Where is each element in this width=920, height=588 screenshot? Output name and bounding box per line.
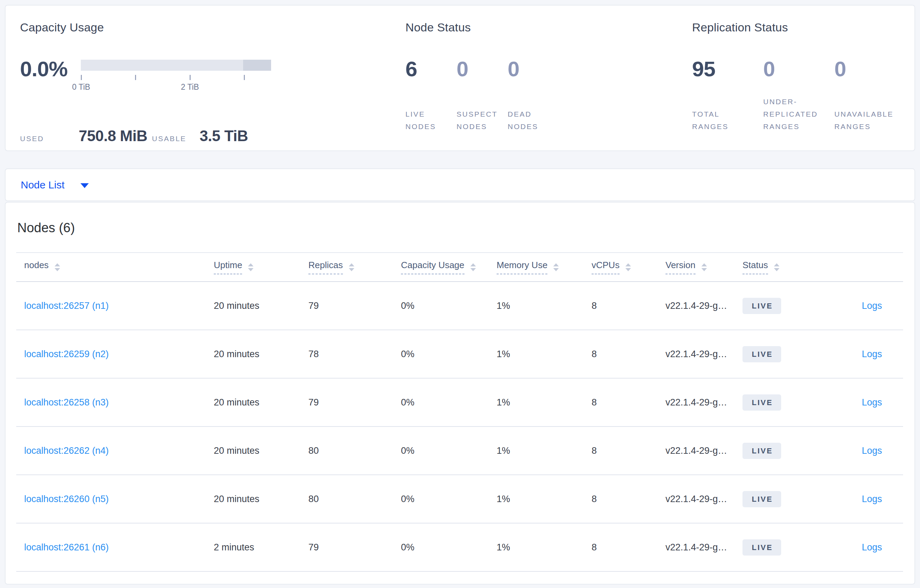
axis-tick [190, 75, 191, 80]
replication-status-title: Replication Status [692, 21, 905, 34]
total-ranges-stat: 95 TOTAL RANGES [692, 58, 763, 133]
unavailable-ranges-label: UNAVAILABLE RANGES [834, 108, 901, 133]
capacity-bar-reserved-segment [243, 60, 271, 71]
vcpus-cell: 8 [591, 349, 666, 360]
dead-nodes-stat: 0 DEAD NODES [508, 58, 559, 133]
replicas-cell: 80 [308, 446, 401, 456]
node-link[interactable]: localhost:26258 (n3) [24, 397, 109, 407]
capacity-bar-track [81, 60, 271, 71]
nodes-table: nodes Uptime Replicas Capacity Usage Mem… [16, 252, 903, 572]
version-cell: v22.1.4-29-g… [666, 542, 742, 553]
live-nodes-count: 6 [405, 58, 457, 80]
replicas-cell: 80 [308, 494, 401, 504]
column-header-memory-use[interactable]: Memory Use [497, 260, 591, 274]
node-link[interactable]: localhost:26259 (n2) [24, 349, 109, 359]
status-badge: LIVE [742, 540, 781, 556]
capacity-cell: 0% [401, 542, 497, 553]
logs-link[interactable]: Logs [862, 494, 882, 504]
node-status-title: Node Status [405, 21, 559, 34]
status-badge: LIVE [742, 491, 781, 507]
logs-link[interactable]: Logs [862, 300, 882, 311]
sort-icon[interactable] [470, 263, 476, 271]
total-ranges-label: TOTAL RANGES [692, 108, 758, 133]
sort-icon[interactable] [774, 263, 779, 271]
axis-tick-label: 0 TiB [72, 82, 90, 92]
memory-cell: 1% [497, 300, 591, 311]
table-row: localhost:26257 (n1) 20 minutes 79 0% 1%… [16, 282, 903, 330]
column-header-status[interactable]: Status [742, 260, 819, 274]
status-badge: LIVE [742, 443, 781, 459]
logs-link[interactable]: Logs [862, 397, 882, 407]
capacity-cell: 0% [401, 494, 497, 504]
column-header-capacity-usage[interactable]: Capacity Usage [401, 260, 497, 274]
vcpus-cell: 8 [591, 494, 666, 504]
usable-label: USABLE [152, 134, 199, 143]
status-badge: LIVE [742, 298, 781, 314]
uptime-cell: 20 minutes [214, 349, 308, 360]
capacity-cell: 0% [401, 446, 497, 456]
sort-icon[interactable] [701, 263, 707, 271]
node-link[interactable]: localhost:26262 (n4) [24, 446, 109, 456]
memory-cell: 1% [497, 494, 591, 504]
replication-status-panel: Replication Status 95 TOTAL RANGES 0 UND… [692, 21, 905, 133]
sort-icon[interactable] [349, 263, 354, 271]
under-replicated-ranges-label: UNDER-REPLICATED RANGES [763, 95, 829, 133]
replicas-cell: 79 [308, 397, 401, 408]
sort-icon[interactable] [553, 263, 559, 271]
sort-icon[interactable] [248, 263, 253, 271]
logs-link[interactable]: Logs [862, 542, 882, 552]
column-header-version[interactable]: Version [666, 260, 742, 274]
axis-tick-label: 2 TiB [181, 82, 199, 92]
replicas-cell: 79 [308, 300, 401, 311]
replicas-cell: 79 [308, 542, 401, 553]
under-replicated-ranges-stat: 0 UNDER-REPLICATED RANGES [763, 58, 834, 133]
memory-cell: 1% [497, 446, 591, 456]
caret-down-icon [81, 183, 89, 188]
table-row: localhost:26260 (n5) 20 minutes 80 0% 1%… [16, 475, 903, 523]
node-link[interactable]: localhost:26261 (n6) [24, 542, 109, 552]
node-link[interactable]: localhost:26257 (n1) [24, 300, 109, 311]
status-badge: LIVE [742, 394, 781, 410]
logs-link[interactable]: Logs [862, 446, 882, 456]
capacity-bar: 0 TiB 2 TiB [81, 60, 271, 93]
version-cell: v22.1.4-29-g… [666, 397, 742, 408]
usable-value: 3.5 TiB [199, 127, 303, 145]
axis-tick [244, 75, 245, 80]
replicas-cell: 78 [308, 349, 401, 360]
used-value: 750.8 MiB [79, 127, 152, 145]
column-header-uptime[interactable]: Uptime [214, 260, 308, 274]
capacity-usage-title: Capacity Usage [20, 21, 303, 34]
table-row: localhost:26258 (n3) 20 minutes 79 0% 1%… [16, 378, 903, 427]
sort-icon[interactable] [55, 263, 60, 271]
node-link[interactable]: localhost:26260 (n5) [24, 494, 109, 504]
logs-link[interactable]: Logs [862, 349, 882, 359]
vcpus-cell: 8 [591, 446, 666, 456]
version-cell: v22.1.4-29-g… [666, 446, 742, 456]
column-header-nodes[interactable]: nodes [16, 260, 214, 274]
axis-tick [135, 75, 136, 80]
uptime-cell: 20 minutes [214, 494, 308, 504]
memory-cell: 1% [497, 349, 591, 360]
capacity-cell: 0% [401, 397, 497, 408]
uptime-cell: 2 minutes [214, 542, 308, 553]
view-selector-dropdown[interactable]: Node List [5, 168, 915, 201]
view-selector-label[interactable]: Node List [21, 179, 65, 191]
unavailable-ranges-count: 0 [834, 58, 905, 80]
live-nodes-label: LIVE NODES [405, 108, 447, 133]
nodes-table-title: Nodes (6) [17, 221, 75, 235]
memory-cell: 1% [497, 542, 591, 553]
table-header-row: nodes Uptime Replicas Capacity Usage Mem… [16, 252, 903, 282]
vcpus-cell: 8 [591, 300, 666, 311]
uptime-cell: 20 minutes [214, 446, 308, 456]
column-header-replicas[interactable]: Replicas [308, 260, 401, 274]
suspect-nodes-count: 0 [457, 58, 508, 80]
sort-icon[interactable] [625, 263, 631, 271]
axis-tick [81, 75, 82, 80]
live-nodes-stat: 6 LIVE NODES [405, 58, 457, 133]
table-row: localhost:26259 (n2) 20 minutes 78 0% 1%… [16, 330, 903, 378]
status-badge: LIVE [742, 346, 781, 362]
table-row: localhost:26261 (n6) 2 minutes 79 0% 1% … [16, 523, 903, 572]
unavailable-ranges-stat: 0 UNAVAILABLE RANGES [834, 58, 905, 133]
column-header-vcpus[interactable]: vCPUs [591, 260, 666, 274]
suspect-nodes-label: SUSPECT NODES [457, 108, 499, 133]
